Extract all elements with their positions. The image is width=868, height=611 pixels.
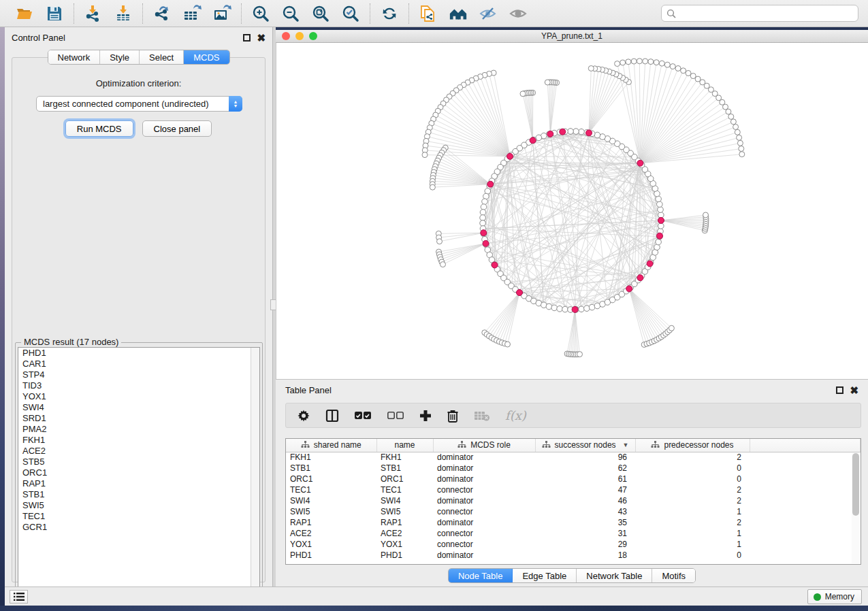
mcds-result-list[interactable]: PHD1CAR1STP4TID3YOX1SWI4SRD1PMA2FKH1ACE2… [18, 347, 260, 594]
mcds-result-title: MCDS result (17 nodes) [21, 337, 121, 347]
deselect-all-checkboxes-icon[interactable] [387, 411, 404, 420]
cell-MCDS-role: connector [433, 528, 535, 539]
zoom-out-icon[interactable] [281, 4, 300, 23]
close-panel-icon[interactable]: ✖ [257, 34, 266, 42]
float-panel-icon[interactable] [243, 34, 251, 42]
table-row[interactable]: TEC1TEC1connector472 [286, 484, 861, 495]
result-node-item[interactable]: PMA2 [18, 424, 259, 435]
optimization-criterion-label: Optimization criterion: [12, 78, 265, 88]
save-icon[interactable] [45, 4, 64, 23]
column-header-MCDS-role[interactable]: MCDS role [433, 439, 535, 452]
cell-name: TEC1 [376, 484, 433, 495]
result-node-item[interactable]: YOX1 [18, 391, 259, 402]
result-node-item[interactable]: RAP1 [18, 478, 259, 489]
open-folder-icon[interactable] [15, 4, 34, 23]
zoom-fit-icon[interactable] [311, 4, 330, 23]
tab-edge-table[interactable]: Edge Table [513, 569, 577, 582]
close-panel-icon[interactable]: ✖ [850, 386, 858, 394]
import-network-icon[interactable] [84, 4, 103, 23]
export-image-icon[interactable] [212, 4, 231, 23]
run-mcds-button[interactable]: Run MCDS [65, 120, 133, 137]
show-all-icon[interactable] [509, 4, 528, 23]
result-node-item[interactable]: SWI5 [18, 500, 259, 511]
network-window-titlebar[interactable]: YPA_prune.txt_1 [276, 30, 868, 43]
export-network-icon[interactable] [152, 4, 172, 23]
table-scrollbar-thumb[interactable] [852, 453, 859, 516]
refresh-icon[interactable] [380, 4, 399, 23]
column-header-predecessor-nodes[interactable]: predecessor nodes [635, 439, 750, 452]
memory-button[interactable]: Memory [807, 589, 862, 604]
result-node-item[interactable]: SRD1 [18, 413, 259, 424]
table-type-tabs: Node TableEdge TableNetwork TableMotifs [448, 568, 696, 583]
mcds-result-groupbox: MCDS result (17 nodes) PHD1CAR1STP4TID3Y… [15, 342, 263, 597]
hide-selected-icon[interactable] [479, 4, 498, 23]
column-header-successor-nodes[interactable]: successor nodes▼ [535, 439, 635, 452]
cell-filler [750, 474, 861, 484]
table-row[interactable]: YOX1YOX1connector291 [286, 539, 861, 550]
table-row[interactable]: STB1STB1dominator620 [286, 463, 861, 474]
float-panel-icon[interactable] [836, 386, 843, 394]
tab-style[interactable]: Style [100, 50, 140, 64]
search-icon [666, 9, 676, 18]
result-node-item[interactable]: FKH1 [18, 435, 259, 446]
tab-node-table[interactable]: Node Table [449, 569, 513, 582]
tab-select[interactable]: Select [140, 50, 184, 64]
column-header-shared-name[interactable]: shared name [286, 439, 376, 452]
result-node-item[interactable]: ACE2 [18, 446, 259, 457]
export-table-icon[interactable] [182, 4, 202, 23]
cell-predecessor-nodes: 2 [635, 517, 750, 528]
table-scrollbar[interactable] [852, 453, 860, 563]
result-node-item[interactable]: STP4 [18, 369, 259, 380]
close-panel-button[interactable]: Close panel [142, 120, 212, 137]
cell-successor-nodes: 46 [535, 495, 635, 506]
zoom-in-icon[interactable] [251, 4, 270, 23]
import-table-icon[interactable] [114, 4, 133, 23]
cell-MCDS-role: connector [433, 539, 535, 550]
cell-shared-name: ORC1 [286, 474, 376, 484]
result-node-item[interactable]: STB1 [18, 489, 259, 500]
table-row[interactable]: SWI5SWI5connector431 [286, 506, 861, 517]
first-neighbors-icon[interactable] [449, 4, 468, 23]
cell-filler [750, 528, 861, 539]
table-row[interactable]: PHD1PHD1dominator180 [286, 550, 861, 561]
cell-filler [750, 550, 861, 561]
table-row[interactable]: FKH1FKH1dominator962 [286, 452, 861, 463]
gear-icon[interactable] [297, 409, 310, 423]
search-input[interactable] [679, 9, 853, 18]
result-node-item[interactable]: TID3 [18, 380, 259, 391]
new-network-from-selection-icon[interactable] [419, 4, 438, 23]
column-header-name[interactable]: name [376, 439, 433, 452]
task-history-button[interactable] [10, 590, 28, 604]
desktop-wallpaper-strip [0, 27, 5, 607]
tab-mcds[interactable]: MCDS [184, 50, 229, 64]
tab-network[interactable]: Network [48, 50, 100, 64]
list-scrollbar[interactable] [251, 348, 259, 593]
split-columns-icon[interactable] [325, 409, 339, 423]
network-view-window: YPA_prune.txt_1 [276, 30, 868, 379]
cell-successor-nodes: 43 [535, 506, 635, 517]
table-row[interactable]: RAP1RAP1dominator352 [286, 517, 861, 528]
search-field[interactable] [661, 5, 858, 22]
table-row[interactable]: ACE2ACE2connector311 [286, 528, 861, 539]
tab-network-table[interactable]: Network Table [577, 569, 652, 582]
result-node-item[interactable]: TEC1 [18, 511, 259, 522]
result-node-item[interactable]: SWI4 [18, 402, 259, 413]
result-node-item[interactable]: PHD1 [18, 348, 259, 359]
select-all-checkboxes-icon[interactable] [354, 411, 372, 420]
table-row[interactable]: SWI4SWI4dominator462 [286, 495, 861, 506]
cell-name: STB1 [376, 463, 433, 474]
result-node-item[interactable]: STB5 [18, 457, 259, 467]
result-node-item[interactable]: ORC1 [18, 467, 259, 478]
tab-motifs[interactable]: Motifs [652, 569, 695, 582]
delete-column-icon[interactable] [447, 409, 459, 423]
cell-name: SWI5 [376, 506, 433, 517]
network-canvas[interactable] [276, 43, 868, 379]
table-row[interactable]: ORC1ORC1dominator610 [286, 474, 861, 484]
cell-shared-name: RAP1 [286, 517, 376, 528]
criterion-dropdown[interactable]: largest connected component (undirected)… [36, 96, 242, 112]
zoom-selected-icon[interactable] [341, 4, 360, 23]
result-node-item[interactable]: CAR1 [18, 359, 259, 369]
result-node-item[interactable]: GCR1 [18, 522, 259, 533]
add-column-icon[interactable] [419, 410, 432, 422]
cell-shared-name: SWI5 [286, 506, 376, 517]
